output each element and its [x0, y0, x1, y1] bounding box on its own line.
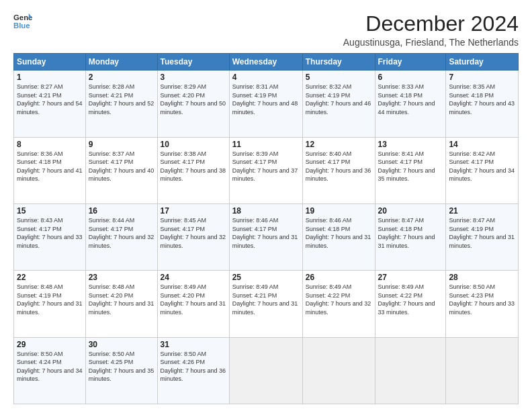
col-friday: Friday	[375, 54, 446, 71]
day-number: 14	[449, 140, 515, 149]
day-number: 5	[306, 73, 372, 82]
day-number: 24	[161, 273, 226, 282]
day-number: 2	[89, 73, 154, 82]
col-saturday: Saturday	[446, 54, 519, 71]
table-row: 9 Sunrise: 8:37 AMSunset: 4:17 PMDayligh…	[85, 137, 157, 203]
day-info: Sunrise: 8:50 AMSunset: 4:25 PMDaylight:…	[89, 351, 154, 383]
day-info: Sunrise: 8:35 AMSunset: 4:18 PMDaylight:…	[449, 83, 515, 116]
day-number: 25	[232, 273, 300, 282]
calendar-header-row: Sunday Monday Tuesday Wednesday Thursday…	[14, 54, 519, 71]
table-row: 16 Sunrise: 8:44 AMSunset: 4:17 PMDaylig…	[85, 203, 157, 270]
day-info: Sunrise: 8:33 AMSunset: 4:18 PMDaylight:…	[378, 83, 435, 116]
day-number: 6	[378, 73, 443, 82]
table-row: 6 Sunrise: 8:33 AMSunset: 4:18 PMDayligh…	[375, 71, 446, 137]
day-info: Sunrise: 8:43 AMSunset: 4:17 PMDaylight:…	[17, 217, 83, 249]
day-number: 27	[378, 273, 443, 282]
day-info: Sunrise: 8:39 AMSunset: 4:17 PMDaylight:…	[232, 150, 298, 183]
day-info: Sunrise: 8:38 AMSunset: 4:17 PMDaylight:…	[161, 150, 226, 183]
day-number: 15	[17, 206, 83, 216]
table-row: 17 Sunrise: 8:45 AMSunset: 4:17 PMDaylig…	[157, 203, 229, 270]
day-info: Sunrise: 8:42 AMSunset: 4:17 PMDaylight:…	[449, 150, 515, 183]
day-number: 28	[449, 273, 515, 282]
day-number: 13	[378, 140, 443, 149]
day-number: 7	[449, 73, 515, 82]
day-info: Sunrise: 8:37 AMSunset: 4:17 PMDaylight:…	[89, 150, 154, 183]
table-row: 11 Sunrise: 8:39 AMSunset: 4:17 PMDaylig…	[229, 137, 302, 203]
day-info: Sunrise: 8:36 AMSunset: 4:18 PMDaylight:…	[17, 150, 83, 183]
day-info: Sunrise: 8:50 AMSunset: 4:24 PMDaylight:…	[17, 351, 83, 383]
table-row: 1 Sunrise: 8:27 AMSunset: 4:21 PMDayligh…	[14, 71, 86, 137]
table-row: 21 Sunrise: 8:47 AMSunset: 4:19 PMDaylig…	[446, 203, 519, 270]
calendar-week-row: 1 Sunrise: 8:27 AMSunset: 4:21 PMDayligh…	[14, 71, 519, 137]
svg-text:Blue: Blue	[13, 21, 30, 30]
day-info: Sunrise: 8:31 AMSunset: 4:19 PMDaylight:…	[232, 83, 298, 116]
day-number: 26	[306, 273, 372, 282]
day-info: Sunrise: 8:48 AMSunset: 4:19 PMDaylight:…	[17, 283, 83, 316]
table-row: 22 Sunrise: 8:48 AMSunset: 4:19 PMDaylig…	[14, 271, 86, 337]
table-row: 26 Sunrise: 8:49 AMSunset: 4:22 PMDaylig…	[302, 271, 375, 337]
day-info: Sunrise: 8:29 AMSunset: 4:20 PMDaylight:…	[161, 83, 226, 116]
col-thursday: Thursday	[302, 54, 375, 71]
table-row: 8 Sunrise: 8:36 AMSunset: 4:18 PMDayligh…	[14, 137, 86, 203]
table-row	[302, 337, 375, 404]
calendar-week-row: 22 Sunrise: 8:48 AMSunset: 4:19 PMDaylig…	[14, 271, 519, 337]
logo: General Blue	[13, 12, 32, 31]
day-number: 20	[378, 206, 443, 216]
logo-icon: General Blue	[13, 12, 32, 31]
day-number: 31	[161, 340, 226, 349]
day-info: Sunrise: 8:50 AMSunset: 4:26 PMDaylight:…	[161, 351, 226, 383]
table-row: 5 Sunrise: 8:32 AMSunset: 4:19 PMDayligh…	[302, 71, 375, 137]
day-info: Sunrise: 8:47 AMSunset: 4:19 PMDaylight:…	[449, 217, 515, 249]
table-row: 25 Sunrise: 8:49 AMSunset: 4:21 PMDaylig…	[229, 271, 302, 337]
day-number: 22	[17, 273, 83, 282]
day-number: 4	[232, 73, 300, 82]
day-info: Sunrise: 8:46 AMSunset: 4:17 PMDaylight:…	[232, 217, 298, 249]
main-title: December 2024	[343, 12, 519, 36]
table-row: 24 Sunrise: 8:49 AMSunset: 4:20 PMDaylig…	[157, 271, 229, 337]
table-row: 13 Sunrise: 8:41 AMSunset: 4:17 PMDaylig…	[375, 137, 446, 203]
day-info: Sunrise: 8:45 AMSunset: 4:17 PMDaylight:…	[161, 217, 226, 249]
title-section: December 2024 Augustinusga, Friesland, T…	[343, 12, 519, 48]
table-row: 12 Sunrise: 8:40 AMSunset: 4:17 PMDaylig…	[302, 137, 375, 203]
table-row: 10 Sunrise: 8:38 AMSunset: 4:17 PMDaylig…	[157, 137, 229, 203]
day-number: 30	[89, 340, 154, 349]
table-row: 28 Sunrise: 8:50 AMSunset: 4:23 PMDaylig…	[446, 271, 519, 337]
day-info: Sunrise: 8:32 AMSunset: 4:19 PMDaylight:…	[306, 83, 371, 116]
day-info: Sunrise: 8:50 AMSunset: 4:23 PMDaylight:…	[449, 283, 515, 316]
day-number: 17	[161, 206, 226, 216]
day-info: Sunrise: 8:48 AMSunset: 4:20 PMDaylight:…	[89, 283, 154, 316]
col-sunday: Sunday	[14, 54, 86, 71]
col-tuesday: Tuesday	[157, 54, 229, 71]
day-number: 23	[89, 273, 154, 282]
day-number: 12	[306, 140, 372, 149]
day-info: Sunrise: 8:49 AMSunset: 4:20 PMDaylight:…	[161, 283, 226, 316]
table-row	[229, 337, 302, 404]
table-row: 31 Sunrise: 8:50 AMSunset: 4:26 PMDaylig…	[157, 337, 229, 404]
table-row: 27 Sunrise: 8:49 AMSunset: 4:22 PMDaylig…	[375, 271, 446, 337]
table-row: 4 Sunrise: 8:31 AMSunset: 4:19 PMDayligh…	[229, 71, 302, 137]
table-row: 29 Sunrise: 8:50 AMSunset: 4:24 PMDaylig…	[14, 337, 86, 404]
col-wednesday: Wednesday	[229, 54, 302, 71]
day-info: Sunrise: 8:28 AMSunset: 4:21 PMDaylight:…	[89, 83, 154, 116]
header: General Blue December 2024 Augustinusga,…	[13, 12, 519, 48]
day-number: 11	[232, 140, 300, 149]
day-info: Sunrise: 8:49 AMSunset: 4:22 PMDaylight:…	[378, 283, 435, 316]
table-row: 20 Sunrise: 8:47 AMSunset: 4:18 PMDaylig…	[375, 203, 446, 270]
day-number: 3	[161, 73, 226, 82]
day-number: 29	[17, 340, 83, 349]
table-row: 7 Sunrise: 8:35 AMSunset: 4:18 PMDayligh…	[446, 71, 519, 137]
day-info: Sunrise: 8:27 AMSunset: 4:21 PMDaylight:…	[17, 83, 83, 116]
day-info: Sunrise: 8:41 AMSunset: 4:17 PMDaylight:…	[378, 150, 435, 183]
day-number: 18	[232, 206, 300, 216]
day-number: 9	[89, 140, 154, 149]
table-row: 23 Sunrise: 8:48 AMSunset: 4:20 PMDaylig…	[85, 271, 157, 337]
day-info: Sunrise: 8:49 AMSunset: 4:22 PMDaylight:…	[306, 283, 371, 316]
day-number: 1	[17, 73, 83, 82]
table-row: 30 Sunrise: 8:50 AMSunset: 4:25 PMDaylig…	[85, 337, 157, 404]
day-info: Sunrise: 8:49 AMSunset: 4:21 PMDaylight:…	[232, 283, 298, 316]
table-row: 2 Sunrise: 8:28 AMSunset: 4:21 PMDayligh…	[85, 71, 157, 137]
table-row	[446, 337, 519, 404]
col-monday: Monday	[85, 54, 157, 71]
table-row: 14 Sunrise: 8:42 AMSunset: 4:17 PMDaylig…	[446, 137, 519, 203]
day-number: 8	[17, 140, 83, 149]
